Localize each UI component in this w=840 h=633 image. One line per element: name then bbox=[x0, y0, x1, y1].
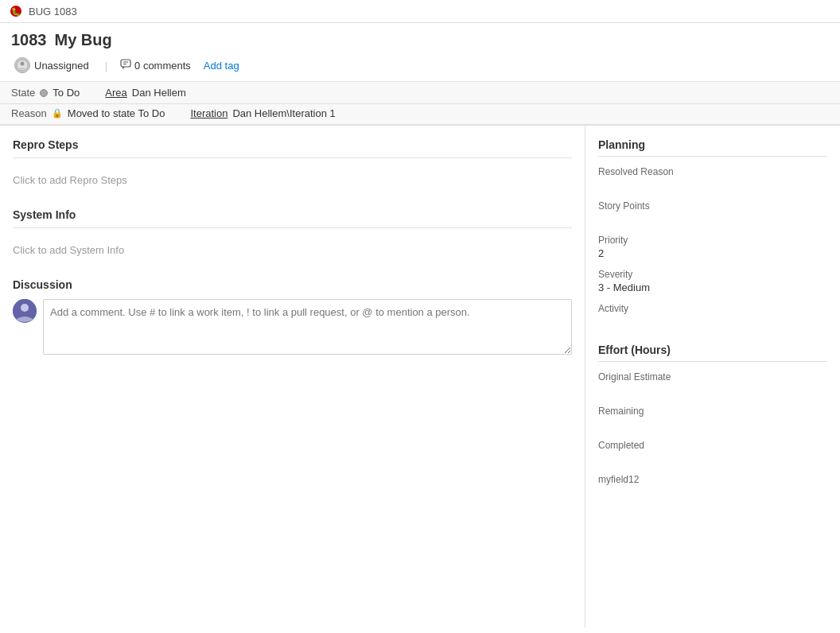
left-pane: Repro Steps Click to add Repro Steps Sys… bbox=[0, 126, 585, 627]
bug-icon: 🐛 bbox=[10, 5, 22, 17]
repro-steps-divider bbox=[13, 157, 572, 158]
user-avatar bbox=[13, 299, 37, 323]
activity-label: Activity bbox=[598, 303, 827, 314]
assigned-to-button[interactable]: Unassigned bbox=[11, 56, 92, 75]
title-row: 1083 My Bug bbox=[11, 31, 829, 49]
effort-title: Effort (Hours) bbox=[598, 344, 827, 356]
work-item-id: 1083 bbox=[11, 31, 47, 49]
planning-section: Planning Resolved Reason Story Points Pr… bbox=[598, 138, 827, 328]
story-points-label: Story Points bbox=[598, 200, 827, 212]
comment-input-box bbox=[43, 299, 572, 357]
story-points-value[interactable] bbox=[598, 213, 827, 225]
iteration-field-group: Iteration Dan Hellem\Iteration 1 bbox=[190, 107, 335, 119]
myfield12-field: myfield12 bbox=[598, 474, 827, 499]
svg-text:🐛: 🐛 bbox=[11, 6, 21, 17]
comment-textarea[interactable] bbox=[43, 299, 572, 355]
remaining-value[interactable] bbox=[598, 418, 827, 430]
reason-label: Reason bbox=[11, 107, 47, 119]
state-value[interactable]: To Do bbox=[52, 87, 80, 99]
svg-rect-4 bbox=[121, 60, 130, 67]
discussion-title: Discussion bbox=[13, 278, 572, 291]
resolved-reason-value[interactable] bbox=[598, 179, 827, 191]
system-info-title: System Info bbox=[13, 208, 572, 221]
area-field-group: Area Dan Hellem bbox=[105, 87, 185, 99]
fields-bar-row1: State To Do Area Dan Hellem bbox=[0, 82, 840, 104]
lock-icon: 🔒 bbox=[52, 108, 63, 118]
completed-field: Completed bbox=[598, 440, 827, 464]
completed-value[interactable] bbox=[598, 452, 827, 464]
title-bar-text: BUG 1083 bbox=[29, 6, 77, 17]
separator: | bbox=[105, 60, 107, 72]
comment-input-row bbox=[13, 299, 572, 357]
svg-point-3 bbox=[21, 62, 25, 66]
system-info-placeholder[interactable]: Click to add System Info bbox=[13, 241, 572, 259]
work-item-title[interactable]: My Bug bbox=[55, 31, 112, 49]
repro-steps-section: Repro Steps Click to add Repro Steps bbox=[13, 138, 572, 189]
state-label: State bbox=[11, 87, 35, 99]
remaining-label: Remaining bbox=[598, 406, 827, 417]
planning-title: Planning bbox=[598, 138, 827, 151]
work-item-header: 1083 My Bug Unassigned | bbox=[0, 23, 840, 82]
state-indicator bbox=[40, 89, 48, 97]
comment-icon bbox=[120, 59, 131, 72]
effort-divider bbox=[598, 361, 827, 362]
severity-field: Severity 3 - Medium bbox=[598, 269, 827, 293]
resolved-reason-field: Resolved Reason bbox=[598, 166, 827, 191]
right-pane: Planning Resolved Reason Story Points Pr… bbox=[585, 126, 840, 627]
repro-steps-title: Repro Steps bbox=[13, 138, 572, 151]
avatar bbox=[14, 57, 30, 73]
assigned-to-label: Unassigned bbox=[34, 60, 89, 72]
title-bar: 🐛 BUG 1083 bbox=[0, 0, 840, 23]
original-estimate-label: Original Estimate bbox=[598, 371, 827, 383]
meta-row: Unassigned | 0 comments Add tag bbox=[11, 56, 829, 75]
myfield12-label: myfield12 bbox=[598, 474, 827, 485]
state-field-group: State To Do bbox=[11, 87, 80, 99]
repro-steps-placeholder[interactable]: Click to add Repro Steps bbox=[13, 171, 572, 189]
priority-value[interactable]: 2 bbox=[598, 247, 827, 259]
effort-section: Effort (Hours) Original Estimate Remaini… bbox=[598, 344, 827, 499]
severity-label: Severity bbox=[598, 269, 827, 280]
area-label[interactable]: Area bbox=[105, 87, 126, 99]
discussion-section: Discussion bbox=[13, 278, 572, 357]
planning-divider bbox=[598, 156, 827, 157]
reason-field-group: Reason 🔒 Moved to state To Do bbox=[11, 107, 165, 119]
priority-label: Priority bbox=[598, 235, 827, 246]
system-info-divider bbox=[13, 227, 572, 228]
myfield12-value[interactable] bbox=[598, 487, 827, 499]
story-points-field: Story Points bbox=[598, 200, 827, 225]
completed-label: Completed bbox=[598, 440, 827, 451]
resolved-reason-label: Resolved Reason bbox=[598, 166, 827, 177]
area-value[interactable]: Dan Hellem bbox=[132, 87, 186, 99]
comments-button[interactable]: 0 comments bbox=[120, 59, 191, 72]
original-estimate-field: Original Estimate bbox=[598, 371, 827, 396]
add-tag-button[interactable]: Add tag bbox=[204, 60, 239, 72]
activity-field: Activity bbox=[598, 303, 827, 328]
system-info-section: System Info Click to add System Info bbox=[13, 208, 572, 259]
comments-count: 0 comments bbox=[134, 60, 191, 72]
fields-bar-row2: Reason 🔒 Moved to state To Do Iteration … bbox=[0, 104, 840, 126]
priority-field: Priority 2 bbox=[598, 235, 827, 259]
reason-value: Moved to state To Do bbox=[68, 107, 165, 119]
original-estimate-value[interactable] bbox=[598, 384, 827, 396]
iteration-label[interactable]: Iteration bbox=[190, 107, 228, 119]
severity-value[interactable]: 3 - Medium bbox=[598, 282, 827, 293]
activity-value[interactable] bbox=[598, 316, 827, 328]
iteration-value[interactable]: Dan Hellem\Iteration 1 bbox=[232, 107, 335, 119]
remaining-field: Remaining bbox=[598, 406, 827, 430]
svg-point-8 bbox=[21, 304, 29, 312]
main-content: Repro Steps Click to add Repro Steps Sys… bbox=[0, 126, 840, 627]
